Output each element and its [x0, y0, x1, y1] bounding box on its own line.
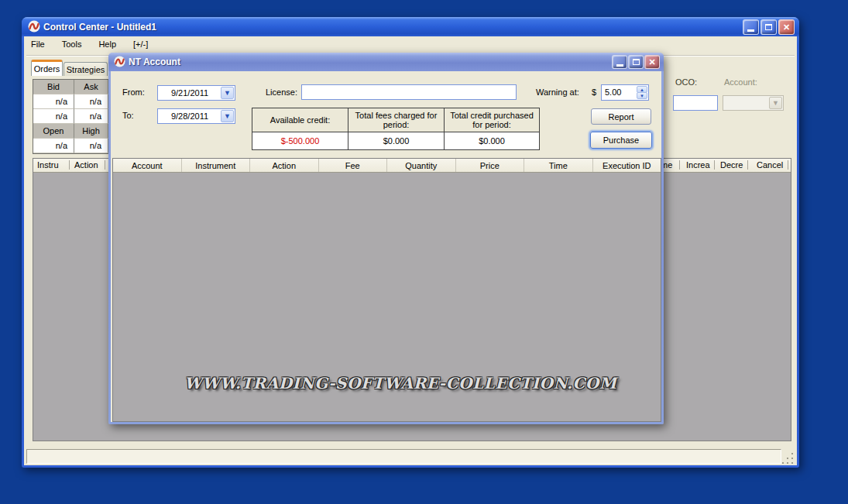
available-credit-value: $-500.000 — [252, 132, 348, 149]
dialog-icon — [114, 56, 125, 67]
from-label: From: — [122, 87, 145, 97]
maximize-icon — [633, 59, 640, 65]
high-value: n/a — [74, 139, 108, 153]
maximize-icon — [765, 24, 772, 30]
from-date-picker[interactable]: 9/21/2011 ▼ — [157, 85, 235, 101]
col-execution-id[interactable]: Execution ID — [593, 159, 661, 172]
menu-bar: File Tools Help [+/-] — [31, 39, 148, 52]
warning-at-label: Warning at: — [536, 87, 579, 97]
total-fees-value: $0.000 — [348, 132, 444, 149]
minimize-icon — [747, 29, 754, 32]
tab-orders-label: Orders — [34, 64, 60, 74]
credit-summary-table: Available credit: Total fees charged for… — [252, 108, 540, 150]
col-quantity[interactable]: Quantity — [387, 159, 456, 172]
col-increase[interactable]: Increa — [686, 160, 710, 170]
column-separator[interactable] — [69, 160, 70, 170]
control-center-titlebar[interactable]: Control Center - Untitled1 ✕ — [22, 17, 799, 36]
dialog-close-button[interactable]: ✕ — [644, 55, 660, 69]
menu-file[interactable]: File — [31, 39, 45, 52]
watermark-text: WWW.TRADING-SOFTWARE-COLLECTION.COM — [184, 374, 556, 393]
license-input[interactable] — [301, 84, 517, 100]
quote-col-ask[interactable]: Ask — [74, 80, 108, 94]
close-button[interactable]: ✕ — [778, 19, 795, 35]
quote-table: Bid Ask n/a n/a n/a n/a Open High n/a n/… — [33, 79, 108, 154]
close-icon: ✕ — [648, 57, 655, 67]
menu-help[interactable]: Help — [98, 39, 116, 52]
license-label: License: — [266, 87, 297, 97]
col-action[interactable]: Action — [74, 160, 98, 170]
ask-value: n/a — [74, 109, 108, 124]
maximize-button[interactable] — [760, 19, 777, 35]
quote-row: n/a n/a — [33, 139, 108, 153]
total-credit-value: $0.000 — [445, 132, 539, 149]
nt-account-titlebar[interactable]: NT Account ✕ — [108, 53, 664, 71]
col-price[interactable]: Price — [456, 159, 525, 172]
column-separator[interactable] — [679, 160, 680, 170]
app-icon — [28, 20, 40, 33]
quote-col-high[interactable]: High — [74, 124, 108, 139]
column-separator[interactable] — [747, 160, 748, 170]
warning-amount-spinner[interactable]: 5.00 ▲ ▼ — [601, 84, 649, 101]
available-credit-header: Available credit: — [252, 108, 348, 132]
total-credit-header: Total credit purchased for period: — [445, 108, 539, 132]
tab-strategies[interactable]: Strategies — [64, 62, 108, 76]
minimize-icon — [616, 64, 623, 67]
bid-value: n/a — [33, 94, 74, 109]
total-fees-header: Total fees charged for period: — [348, 108, 444, 132]
quote-header-row: Bid Ask — [33, 80, 108, 94]
currency-symbol: $ — [592, 87, 596, 97]
account-combobox[interactable]: ▼ — [723, 95, 784, 111]
quote-col-open[interactable]: Open — [33, 124, 74, 139]
spinner-down-icon[interactable]: ▼ — [637, 92, 647, 99]
column-separator[interactable] — [105, 160, 105, 170]
close-icon: ✕ — [783, 22, 790, 33]
dialog-minimize-button[interactable] — [612, 55, 627, 69]
resize-grip[interactable] — [782, 453, 784, 454]
menu-plusminus[interactable]: [+/-] — [133, 39, 148, 52]
col-time[interactable]: Time — [524, 159, 593, 172]
open-value: n/a — [33, 139, 74, 153]
col-decrease[interactable]: Decre — [720, 160, 743, 170]
quote-row: n/a n/a — [33, 109, 108, 124]
quote-row: n/a n/a — [33, 94, 108, 109]
to-date-picker[interactable]: 9/28/2011 ▼ — [157, 108, 235, 124]
chevron-down-icon[interactable]: ▼ — [221, 87, 234, 99]
chevron-down-icon[interactable]: ▼ — [221, 110, 234, 122]
report-button[interactable]: Report — [591, 108, 651, 125]
chevron-down-icon: ▼ — [769, 97, 782, 109]
window-title: Control Center - Untitled1 — [43, 22, 156, 33]
menu-tools[interactable]: Tools — [62, 39, 82, 52]
oco-label: OCO: — [675, 77, 697, 87]
dialog-maximize-button[interactable] — [628, 55, 644, 69]
tab-strategies-label: Strategies — [67, 65, 105, 74]
col-instrument[interactable]: Instrument — [182, 159, 251, 172]
col-action[interactable]: Action — [250, 159, 319, 172]
col-cancel[interactable]: Cancel — [757, 160, 783, 170]
desktop: Control Center - Untitled1 ✕ File Tools … — [0, 0, 848, 504]
ask-value: n/a — [74, 94, 108, 109]
status-bar — [26, 449, 781, 464]
column-separator[interactable] — [714, 160, 715, 170]
executions-grid-header: Account Instrument Action Fee Quantity P… — [113, 159, 661, 173]
quote-header-row-2: Open High — [33, 124, 108, 139]
from-date-value: 9/21/2011 — [158, 88, 221, 98]
minimize-button[interactable] — [743, 19, 759, 35]
to-label: To: — [122, 111, 134, 120]
oco-input[interactable] — [673, 95, 718, 111]
column-separator[interactable] — [788, 160, 788, 170]
quote-col-bid[interactable]: Bid — [33, 80, 74, 94]
purchase-button[interactable]: Purchase — [590, 132, 652, 149]
tab-orders[interactable]: Orders — [31, 60, 63, 76]
to-date-value: 9/28/2011 — [158, 111, 221, 121]
bid-value: n/a — [33, 109, 74, 124]
dialog-title: NT Account — [129, 57, 180, 67]
col-instrument[interactable]: Instru — [37, 160, 59, 170]
col-fee[interactable]: Fee — [319, 159, 388, 172]
col-account[interactable]: Account — [113, 159, 182, 172]
warning-amount-value: 5.00 — [605, 87, 621, 97]
account-label: Account: — [724, 77, 757, 87]
